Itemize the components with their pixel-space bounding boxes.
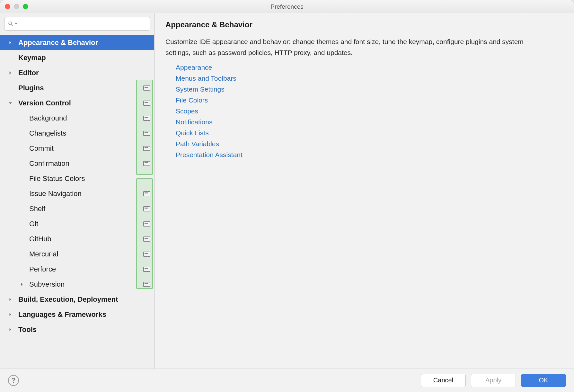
chevron-right-icon[interactable] [7,327,13,333]
project-level-badge-icon [143,282,150,287]
tree-item-label: Perforce [27,265,56,273]
chevron-right-icon[interactable] [7,312,13,317]
tree-item-label: Commit [27,144,54,153]
tree-item-label: File Status Colors [27,174,85,183]
search-input[interactable] [19,20,147,28]
tree-item-languages-frameworks[interactable]: Languages & Frameworks [0,307,154,322]
tree-item-version-control[interactable]: Version Control [0,95,154,111]
tree-item-label: Mercurial [27,250,58,258]
tree-item-perforce[interactable]: Perforce [0,262,154,277]
tree-item-label: Appearance & Behavior [9,39,98,47]
chevron-right-icon[interactable] [19,281,25,287]
tree-item-changelists[interactable]: Changelists [0,126,154,141]
zoom-window-button[interactable] [23,4,28,9]
chevron-right-icon[interactable] [7,297,13,302]
tree-item-mercurial[interactable]: Mercurial [0,246,154,262]
close-window-button[interactable] [5,4,10,9]
subpage-link-list: AppearanceMenus and ToolbarsSystem Setti… [176,64,563,159]
window-controls [5,4,28,9]
help-icon: ? [11,376,15,385]
tree-item-label: Build, Execution, Deployment [9,295,118,304]
tree-item-github[interactable]: GitHub [0,231,154,246]
tree-item-label: Changelists [27,129,66,138]
preferences-tree: Appearance & BehaviorKeymapEditorPlugins… [0,34,154,369]
help-button[interactable]: ? [8,375,19,386]
subpage-link-file-colors[interactable]: File Colors [176,96,208,104]
tree-item-build-execution-deployment[interactable]: Build, Execution, Deployment [0,292,154,307]
tree-item-file-status-colors[interactable]: File Status Colors [0,171,154,186]
tree-item-appearance-behavior[interactable]: Appearance & Behavior [0,35,154,50]
svg-point-0 [9,22,12,25]
page-title: Appearance & Behavior [165,20,563,29]
subpage-link-quick-lists[interactable]: Quick Lists [176,129,209,137]
tree-item-label: Editor [9,69,39,77]
subpage-link-menus-and-toolbars[interactable]: Menus and Toolbars [176,75,236,82]
subpage-link-presentation-assistant[interactable]: Presentation Assistant [176,151,243,159]
tree-item-shelf[interactable]: Shelf [0,201,154,216]
chevron-down-icon[interactable] [7,100,13,106]
tree-item-label: Languages & Frameworks [9,310,106,319]
tree-item-plugins[interactable]: Plugins [0,80,154,95]
search-icon [8,21,13,27]
tree-item-keymap[interactable]: Keymap [0,50,154,65]
project-level-badge-icon [143,206,150,211]
window-title: Preferences [0,3,574,10]
minimize-window-button[interactable] [14,4,19,9]
svg-line-1 [11,24,13,26]
project-level-badge-icon [143,236,150,242]
preferences-sidebar: Appearance & BehaviorKeymapEditorPlugins… [0,13,155,369]
project-level-badge-icon [143,101,150,106]
apply-button: Apply [471,374,516,387]
tree-item-git[interactable]: Git [0,216,154,231]
title-bar: Preferences [0,0,574,13]
tree-item-confirmation[interactable]: Confirmation [0,156,154,171]
project-level-badge-icon [143,221,150,227]
tree-item-label: Subversion [27,280,65,289]
page-description: Customize IDE appearance and behavior: c… [165,36,544,58]
subpage-link-notifications[interactable]: Notifications [176,118,212,126]
project-level-badge-icon [143,252,150,257]
tree-item-label: Plugins [9,84,44,92]
tree-item-label: Tools [9,325,37,334]
preferences-content: Appearance & Behavior Customize IDE appe… [155,13,574,369]
project-level-badge-icon [143,131,150,136]
subpage-link-system-settings[interactable]: System Settings [176,85,225,93]
tree-item-background[interactable]: Background [0,111,154,126]
search-field[interactable] [4,17,150,31]
project-level-badge-icon [143,267,150,272]
tree-item-label: Keymap [9,54,46,62]
tree-item-tools[interactable]: Tools [0,322,154,337]
subpage-link-appearance[interactable]: Appearance [176,64,212,71]
subpage-link-scopes[interactable]: Scopes [176,107,198,115]
tree-item-label: Confirmation [27,159,69,168]
tree-item-subversion[interactable]: Subversion [0,277,154,292]
tree-item-issue-navigation[interactable]: Issue Navigation [0,186,154,201]
tree-item-label: Shelf [27,205,45,213]
ok-button[interactable]: OK [521,374,566,387]
tree-item-label: Background [27,114,67,122]
subpage-link-path-variables[interactable]: Path Variables [176,140,219,148]
dialog-footer: ? Cancel Apply OK [0,369,574,392]
tree-item-label: Git [27,220,38,228]
project-level-badge-icon [143,116,150,121]
cancel-button[interactable]: Cancel [421,374,466,387]
tree-item-editor[interactable]: Editor [0,65,154,80]
project-level-badge-icon [143,146,150,151]
project-level-badge-icon [143,85,150,91]
tree-item-commit[interactable]: Commit [0,141,154,156]
tree-item-label: GitHub [27,235,51,243]
chevron-right-icon[interactable] [7,70,13,76]
tree-item-label: Version Control [9,99,71,107]
preferences-window: Preferences [0,0,574,392]
search-history-dropdown-icon[interactable] [14,22,18,25]
tree-item-label: Issue Navigation [27,190,82,198]
project-level-badge-icon [143,161,150,166]
project-level-badge-icon [143,191,150,196]
chevron-right-icon[interactable] [7,40,13,46]
